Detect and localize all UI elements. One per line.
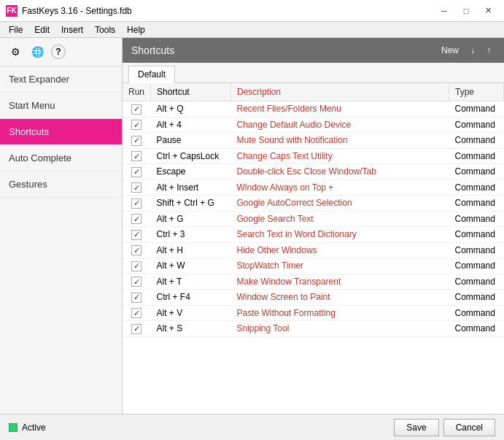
description-cell: Snipping Tool (231, 321, 449, 337)
table-row[interactable]: ✓Shift + Ctrl + GGoogle AutoCorrect Sele… (123, 196, 504, 212)
sidebar-nav: Text Expander Start Menu Shortcuts Auto … (0, 66, 122, 414)
run-checkbox[interactable]: ✓ (131, 167, 141, 177)
run-checkbox[interactable]: ✓ (131, 261, 141, 271)
table-row[interactable]: ✓EscapeDouble-click Esc Close Window/Tab… (123, 164, 504, 180)
type-cell: Command (449, 321, 504, 337)
type-cell: Command (449, 148, 504, 164)
table-row[interactable]: ✓Ctrl + CapsLockChange Caps Text Utility… (123, 148, 504, 164)
shortcut-cell: Alt + Insert (151, 180, 231, 196)
shortcut-cell: Alt + H (151, 242, 231, 258)
bottom-buttons: Save Cancel (394, 419, 495, 436)
menu-tools[interactable]: Tools (89, 22, 121, 37)
table-row[interactable]: ✓Alt + TMake Window TransparentCommand (123, 274, 504, 290)
sidebar: ⚙ 🌐 ? Text Expander Start Menu Shortcuts… (0, 38, 123, 414)
tab-default[interactable]: Default (128, 66, 175, 83)
shortcut-cell: Alt + S (151, 321, 231, 337)
menu-file[interactable]: File (3, 22, 28, 37)
title-bar-left: FK FastKeys 3.16 - Settings.fdb (6, 5, 132, 17)
sidebar-item-auto-complete[interactable]: Auto Complete (0, 145, 122, 171)
description-cell: Search Text in Word Dictionary (231, 227, 449, 243)
shortcut-cell: Ctrl + F4 (151, 290, 231, 306)
description-cell: Make Window Transparent (231, 274, 449, 290)
sidebar-item-start-menu[interactable]: Start Menu (0, 93, 122, 119)
col-shortcut: Shortcut (151, 83, 231, 101)
col-run: Run (123, 83, 151, 101)
run-checkbox[interactable]: ✓ (131, 136, 141, 146)
menu-help[interactable]: Help (121, 22, 151, 37)
run-checkbox[interactable]: ✓ (131, 198, 141, 209)
description-cell: Double-click Esc Close Window/Tab (231, 164, 449, 180)
title-bar-controls: ─ □ ✕ (434, 4, 498, 18)
run-checkbox[interactable]: ✓ (131, 182, 141, 193)
menu-bar: File Edit Insert Tools Help (0, 22, 504, 38)
app-icon: FK (6, 5, 18, 17)
title-bar: FK FastKeys 3.16 - Settings.fdb ─ □ ✕ (0, 0, 504, 22)
sidebar-toolbar: ⚙ 🌐 ? (0, 38, 122, 66)
header-actions: New ↓ ↑ (437, 44, 495, 57)
shortcut-cell: Ctrl + CapsLock (151, 148, 231, 164)
run-checkbox[interactable]: ✓ (131, 230, 141, 240)
run-checkbox[interactable]: ✓ (131, 277, 141, 287)
table-header-row: Run Shortcut Description Type (123, 83, 504, 101)
menu-edit[interactable]: Edit (28, 22, 55, 37)
menu-insert[interactable]: Insert (55, 22, 89, 37)
bottom-bar: Active Save Cancel (0, 414, 504, 440)
new-button[interactable]: New (437, 44, 463, 57)
table-row[interactable]: ✓Alt + QRecent Files/Folders MenuCommand (123, 101, 504, 117)
run-checkbox[interactable]: ✓ (131, 308, 141, 318)
shortcut-cell: Alt + Q (151, 101, 231, 117)
gear-icon[interactable]: ⚙ (7, 44, 23, 60)
table-row[interactable]: ✓Alt + GGoogle Search TextCommand (123, 211, 504, 227)
shortcut-cell: Alt + V (151, 305, 231, 321)
description-cell: Change Default Audio Device (231, 117, 449, 133)
shortcut-cell: Shift + Ctrl + G (151, 196, 231, 212)
minimize-button[interactable]: ─ (434, 4, 454, 18)
run-checkbox[interactable]: ✓ (131, 120, 141, 130)
run-checkbox[interactable]: ✓ (131, 104, 141, 115)
save-button[interactable]: Save (394, 419, 438, 436)
type-cell: Command (449, 196, 504, 212)
run-checkbox[interactable]: ✓ (131, 245, 141, 255)
type-cell: Command (449, 117, 504, 133)
table-row[interactable]: ✓Ctrl + F4Window Screen to PaintCommand (123, 290, 504, 306)
description-cell: Window Screen to Paint (231, 290, 449, 306)
status-indicator: Active (9, 422, 46, 433)
maximize-button[interactable]: □ (456, 4, 476, 18)
content-area: Shortcuts New ↓ ↑ Default Run Shortcut D… (123, 38, 504, 414)
type-cell: Command (449, 211, 504, 227)
move-up-button[interactable]: ↑ (482, 44, 495, 57)
table-row[interactable]: ✓Alt + WStopWatch TimerCommand (123, 258, 504, 274)
run-checkbox[interactable]: ✓ (131, 324, 141, 334)
table-row[interactable]: ✓Alt + SSnipping ToolCommand (123, 321, 504, 337)
sidebar-item-shortcuts[interactable]: Shortcuts (0, 119, 122, 145)
description-cell: Window Always on Top + (231, 180, 449, 196)
status-dot (9, 423, 18, 432)
type-cell: Command (449, 290, 504, 306)
description-cell: Mute Sound with Notification (231, 133, 449, 149)
run-checkbox[interactable]: ✓ (131, 214, 141, 224)
table-row[interactable]: ✓Ctrl + 3Search Text in Word DictionaryC… (123, 227, 504, 243)
type-cell: Command (449, 258, 504, 274)
status-label: Active (22, 422, 46, 433)
run-checkbox[interactable]: ✓ (131, 293, 141, 303)
col-description: Description (231, 83, 449, 101)
table-row[interactable]: ✓Alt + InsertWindow Always on Top +Comma… (123, 180, 504, 196)
move-down-button[interactable]: ↓ (466, 44, 479, 57)
cancel-button[interactable]: Cancel (443, 419, 495, 436)
help-icon[interactable]: ? (51, 45, 66, 59)
type-cell: Command (449, 227, 504, 243)
description-cell: Recent Files/Folders Menu (231, 101, 449, 117)
col-type: Type (449, 83, 504, 101)
table-row[interactable]: ✓Alt + 4Change Default Audio DeviceComma… (123, 117, 504, 133)
table-row[interactable]: ✓Alt + HHide Other WindowsCommand (123, 242, 504, 258)
sidebar-item-gestures[interactable]: Gestures (0, 171, 122, 198)
description-cell: StopWatch Timer (231, 258, 449, 274)
run-checkbox[interactable]: ✓ (131, 151, 141, 161)
main-layout: ⚙ 🌐 ? Text Expander Start Menu Shortcuts… (0, 38, 504, 414)
sidebar-item-text-expander[interactable]: Text Expander (0, 66, 122, 93)
table-row[interactable]: ✓Alt + VPaste Without FormattingCommand (123, 305, 504, 321)
shortcut-cell: Escape (151, 164, 231, 180)
table-row[interactable]: ✓PauseMute Sound with NotificationComman… (123, 133, 504, 149)
close-button[interactable]: ✕ (478, 4, 498, 18)
globe-icon[interactable]: 🌐 (29, 44, 45, 60)
